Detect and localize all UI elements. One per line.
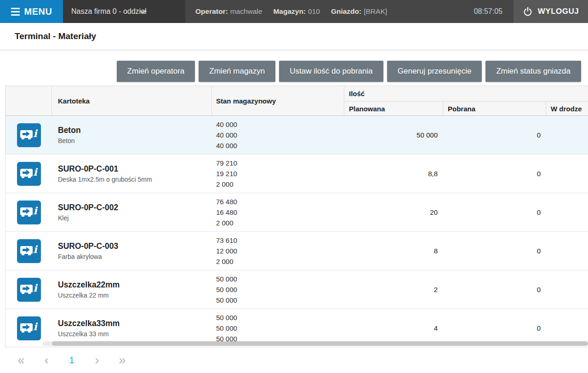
kartoteka-column-header[interactable]: Kartoteka — [52, 86, 212, 115]
stock-value: 50 000 — [216, 312, 344, 323]
stock-value: 50 000 — [216, 284, 344, 295]
last-page-button[interactable]: » — [116, 354, 128, 366]
table-row[interactable]: i SURO-0P-C-001 Deska 1mx2.5m o grubości… — [6, 155, 588, 193]
company-selector[interactable]: Nasza firma 0 - oddział — [63, 0, 185, 23]
quantity-group-header: Ilość — [344, 86, 588, 102]
material-info-icon[interactable]: i — [17, 239, 41, 263]
info-glyph: i — [33, 206, 37, 216]
info-glyph: i — [33, 321, 37, 332]
stock-value: 16 480 — [216, 207, 344, 218]
set-pick-quantity-button[interactable]: Ustaw ilość do pobrania — [279, 61, 383, 82]
planned-qty-cell: 2 — [344, 270, 443, 309]
table-header: Kartoteka Stan magazynowy Ilość Planowan… — [6, 86, 588, 116]
previous-page-button[interactable]: ‹ — [40, 354, 52, 366]
picked-column-header[interactable]: Pobrana — [443, 102, 546, 115]
material-name-cell: SURO-0P-C-001 Deska 1mx2.5m o grubości 5… — [52, 155, 212, 193]
material-info-icon[interactable]: i — [17, 316, 41, 340]
logout-button[interactable]: WYLOGUJ — [514, 0, 588, 23]
info-glyph: i — [33, 244, 37, 254]
card-shape — [20, 207, 33, 215]
title-bar: Terminal - Materiały — [0, 23, 588, 51]
in-transit-qty-cell — [546, 155, 588, 193]
material-icon-cell: i — [6, 155, 52, 193]
stock-value: 50 000 — [216, 295, 344, 305]
change-warehouse-button[interactable]: Zmień magazyn — [199, 61, 275, 82]
card-shape — [20, 323, 33, 331]
session-info: Operator:machwale Magazyn:010 Gniazdo:[B… — [195, 0, 387, 23]
material-info-icon[interactable]: i — [17, 278, 41, 302]
current-page-button[interactable]: 1 — [66, 355, 78, 366]
horizontal-scrollbar-track[interactable] — [43, 341, 588, 346]
stock-values-cell: 50 000 50 000 50 000 — [212, 270, 344, 309]
in-transit-qty-cell — [546, 270, 588, 309]
card-shape — [20, 246, 33, 254]
page-title: Terminal - Materiały — [15, 31, 96, 41]
first-page-button[interactable]: « — [15, 354, 27, 366]
stock-values-cell: 73 610 12 000 2 000 — [212, 232, 344, 270]
stock-column-header[interactable]: Stan magazynowy — [212, 86, 344, 115]
table-row[interactable]: i SURO-0P-C-002 Klej 76 480 16 480 2 000… — [6, 193, 588, 232]
material-info-icon[interactable]: i — [17, 162, 41, 186]
planned-qty-cell: 20 — [344, 193, 443, 231]
stock-value: 2 000 — [216, 256, 344, 267]
action-toolbar: Zmień operatora Zmień magazyn Ustaw iloś… — [0, 61, 588, 82]
table-row[interactable]: i Beton Beton 40 000 40 000 40 000 50 00… — [6, 116, 588, 155]
material-name: Uszczelka22mm — [58, 280, 212, 290]
picked-qty-cell: 0 — [443, 232, 546, 270]
logout-label: WYLOGUJ — [538, 7, 579, 16]
table-row[interactable]: i SURO-0P-C-003 Farba akrylowa 73 610 12… — [6, 232, 588, 270]
material-description: Deska 1mx2.5m o grubości 5mm — [58, 176, 212, 183]
generate-transfer-button[interactable]: Generuj przesunięcie — [387, 61, 482, 82]
menu-label: MENU — [24, 6, 52, 17]
horizontal-scrollbar-thumb[interactable] — [52, 341, 588, 346]
material-description: Klej — [58, 214, 212, 222]
stock-value: 40 000 — [216, 119, 344, 130]
planned-qty-cell: 8 — [344, 232, 443, 270]
material-name: SURO-0P-C-001 — [58, 164, 212, 174]
clock: 08:57:05 — [474, 7, 502, 16]
material-name: SURO-0P-C-002 — [58, 203, 212, 212]
stock-value: 73 610 — [216, 235, 344, 246]
material-name: SURO-0P-C-003 — [58, 241, 212, 251]
power-icon — [523, 6, 533, 17]
menu-button[interactable]: MENU — [0, 0, 63, 23]
in-transit-column-header[interactable]: W drodze — [546, 102, 588, 115]
stock-value: 40 000 — [216, 140, 344, 151]
stock-value: 2 000 — [216, 218, 344, 228]
planned-qty-cell: 8,8 — [344, 155, 443, 193]
material-name: Uszczelka33mm — [58, 319, 212, 328]
stock-value: 79 210 — [216, 158, 344, 168]
company-selector-value: Nasza firma 0 - oddział — [71, 7, 147, 16]
planned-qty-cell: 50 000 — [344, 116, 443, 154]
stock-value: 19 210 — [216, 168, 344, 179]
material-description: Uszczelka 22 mm — [58, 292, 212, 299]
stock-values-cell: 40 000 40 000 40 000 — [212, 116, 344, 154]
info-glyph: i — [33, 283, 37, 293]
change-slot-status-button[interactable]: Zmień status gniazda — [485, 61, 581, 82]
material-description: Farba akrylowa — [58, 253, 212, 260]
in-transit-qty-cell — [546, 232, 588, 270]
change-operator-button[interactable]: Zmień operatora — [117, 61, 195, 82]
info-glyph: i — [33, 167, 37, 177]
stock-value: 50 000 — [216, 274, 344, 284]
material-icon-cell: i — [6, 193, 52, 231]
material-name-cell: Beton Beton — [52, 116, 212, 154]
stock-value: 12 000 — [216, 246, 344, 256]
table-row[interactable]: i Uszczelka22mm Uszczelka 22 mm 50 000 5… — [6, 270, 588, 309]
stock-value: 50 000 — [216, 323, 344, 333]
picked-qty-cell: 0 — [443, 155, 546, 193]
planned-column-header[interactable]: Planowana — [344, 102, 443, 115]
in-transit-qty-cell — [546, 116, 588, 154]
material-info-icon[interactable]: i — [17, 201, 41, 224]
next-page-button[interactable]: › — [91, 354, 103, 366]
material-name-cell: SURO-0P-C-002 Klej — [52, 193, 212, 231]
material-info-icon[interactable]: i — [17, 123, 41, 147]
stock-value: 2 000 — [216, 179, 344, 189]
stock-values-cell: 76 480 16 480 2 000 — [212, 193, 344, 231]
info-glyph: i — [33, 128, 37, 138]
material-description: Beton — [58, 137, 212, 144]
picked-qty-cell: 0 — [443, 193, 546, 231]
stock-values-cell: 79 210 19 210 2 000 — [212, 155, 344, 193]
material-name-cell: Uszczelka22mm Uszczelka 22 mm — [52, 270, 212, 309]
table-body: i Beton Beton 40 000 40 000 40 000 50 00… — [6, 116, 588, 348]
